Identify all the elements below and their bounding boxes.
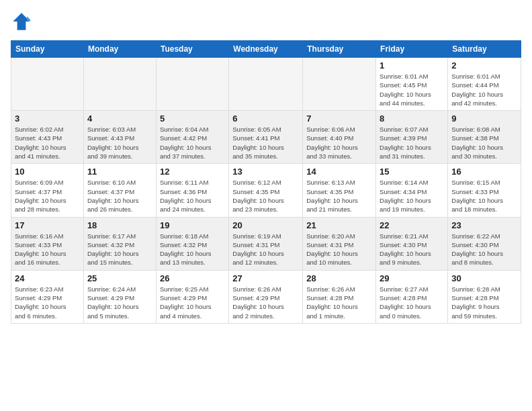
calendar-day: 12Sunrise: 6:11 AM Sunset: 4:36 PM Dayli… (156, 164, 228, 217)
calendar-day: 1Sunrise: 6:01 AM Sunset: 4:45 PM Daylig… (376, 58, 448, 111)
day-info: Sunrise: 6:01 AM Sunset: 4:45 PM Dayligh… (380, 72, 444, 107)
day-number: 28 (306, 273, 372, 283)
day-info: Sunrise: 6:04 AM Sunset: 4:42 PM Dayligh… (160, 125, 225, 161)
day-number: 13 (232, 167, 299, 177)
calendar-day (229, 58, 303, 111)
calendar-day (83, 58, 156, 111)
weekday-header: Monday (83, 41, 156, 58)
page-header (11, 11, 521, 32)
day-number: 7 (306, 113, 372, 124)
day-info: Sunrise: 6:14 AM Sunset: 4:34 PM Dayligh… (380, 178, 444, 214)
day-number: 2 (451, 60, 517, 71)
day-number: 16 (451, 167, 517, 177)
calendar-day: 13Sunrise: 6:12 AM Sunset: 4:35 PM Dayli… (229, 164, 303, 217)
calendar-day: 14Sunrise: 6:13 AM Sunset: 4:35 PM Dayli… (303, 164, 376, 217)
day-info: Sunrise: 6:26 AM Sunset: 4:28 PM Dayligh… (306, 285, 372, 320)
day-info: Sunrise: 6:02 AM Sunset: 4:43 PM Dayligh… (15, 125, 80, 161)
weekday-header: Friday (376, 41, 448, 58)
day-number: 4 (87, 113, 152, 124)
day-info: Sunrise: 6:09 AM Sunset: 4:37 PM Dayligh… (15, 178, 80, 214)
day-number: 24 (15, 273, 80, 283)
day-info: Sunrise: 6:17 AM Sunset: 4:32 PM Dayligh… (87, 232, 152, 267)
calendar-day: 10Sunrise: 6:09 AM Sunset: 4:37 PM Dayli… (11, 164, 84, 217)
day-number: 12 (160, 167, 225, 177)
day-info: Sunrise: 6:08 AM Sunset: 4:38 PM Dayligh… (451, 125, 517, 161)
day-number: 30 (451, 273, 517, 283)
day-info: Sunrise: 6:22 AM Sunset: 4:30 PM Dayligh… (451, 232, 517, 267)
day-number: 9 (451, 113, 517, 124)
day-info: Sunrise: 6:20 AM Sunset: 4:31 PM Dayligh… (306, 232, 372, 267)
calendar-day: 30Sunrise: 6:28 AM Sunset: 4:28 PM Dayli… (448, 270, 521, 323)
day-info: Sunrise: 6:12 AM Sunset: 4:35 PM Dayligh… (232, 178, 299, 214)
day-info: Sunrise: 6:16 AM Sunset: 4:33 PM Dayligh… (15, 232, 80, 267)
calendar-day: 28Sunrise: 6:26 AM Sunset: 4:28 PM Dayli… (303, 270, 376, 323)
day-number: 21 (306, 220, 372, 230)
calendar-day (156, 58, 228, 111)
day-info: Sunrise: 6:23 AM Sunset: 4:29 PM Dayligh… (15, 285, 80, 320)
day-info: Sunrise: 6:15 AM Sunset: 4:33 PM Dayligh… (451, 178, 517, 214)
calendar-day: 2Sunrise: 6:01 AM Sunset: 4:44 PM Daylig… (448, 58, 521, 111)
day-info: Sunrise: 6:01 AM Sunset: 4:44 PM Dayligh… (451, 72, 517, 107)
calendar-day: 22Sunrise: 6:21 AM Sunset: 4:30 PM Dayli… (376, 217, 448, 270)
calendar-day: 3Sunrise: 6:02 AM Sunset: 4:43 PM Daylig… (11, 111, 84, 164)
calendar-day: 17Sunrise: 6:16 AM Sunset: 4:33 PM Dayli… (11, 217, 84, 270)
day-info: Sunrise: 6:10 AM Sunset: 4:37 PM Dayligh… (87, 178, 152, 214)
calendar-day: 11Sunrise: 6:10 AM Sunset: 4:37 PM Dayli… (83, 164, 156, 217)
day-number: 29 (380, 273, 444, 283)
weekday-header: Sunday (11, 41, 84, 58)
calendar-week-row: 3Sunrise: 6:02 AM Sunset: 4:43 PM Daylig… (11, 111, 521, 164)
day-info: Sunrise: 6:18 AM Sunset: 4:32 PM Dayligh… (160, 232, 225, 267)
calendar-day: 16Sunrise: 6:15 AM Sunset: 4:33 PM Dayli… (448, 164, 521, 217)
day-number: 11 (87, 167, 152, 177)
day-number: 20 (232, 220, 299, 230)
calendar-day (303, 58, 376, 111)
calendar-week-row: 1Sunrise: 6:01 AM Sunset: 4:45 PM Daylig… (11, 58, 521, 111)
weekday-header: Thursday (303, 41, 376, 58)
calendar: SundayMondayTuesdayWednesdayThursdayFrid… (11, 40, 521, 324)
day-number: 10 (15, 167, 80, 177)
calendar-day: 29Sunrise: 6:27 AM Sunset: 4:28 PM Dayli… (376, 270, 448, 323)
calendar-day: 23Sunrise: 6:22 AM Sunset: 4:30 PM Dayli… (448, 217, 521, 270)
day-number: 27 (232, 273, 299, 283)
logo-icon (11, 11, 32, 32)
day-info: Sunrise: 6:05 AM Sunset: 4:41 PM Dayligh… (232, 125, 299, 161)
calendar-day: 19Sunrise: 6:18 AM Sunset: 4:32 PM Dayli… (156, 217, 228, 270)
weekday-header: Wednesday (229, 41, 303, 58)
day-info: Sunrise: 6:28 AM Sunset: 4:28 PM Dayligh… (451, 285, 517, 320)
day-number: 15 (380, 167, 444, 177)
day-info: Sunrise: 6:26 AM Sunset: 4:29 PM Dayligh… (232, 285, 299, 320)
calendar-day: 9Sunrise: 6:08 AM Sunset: 4:38 PM Daylig… (448, 111, 521, 164)
day-number: 8 (380, 113, 444, 124)
day-number: 25 (87, 273, 152, 283)
calendar-day: 25Sunrise: 6:24 AM Sunset: 4:29 PM Dayli… (83, 270, 156, 323)
calendar-week-row: 10Sunrise: 6:09 AM Sunset: 4:37 PM Dayli… (11, 164, 521, 217)
day-info: Sunrise: 6:07 AM Sunset: 4:39 PM Dayligh… (380, 125, 444, 161)
day-number: 3 (15, 113, 80, 124)
calendar-day: 5Sunrise: 6:04 AM Sunset: 4:42 PM Daylig… (156, 111, 228, 164)
calendar-day: 27Sunrise: 6:26 AM Sunset: 4:29 PM Dayli… (229, 270, 303, 323)
calendar-day: 18Sunrise: 6:17 AM Sunset: 4:32 PM Dayli… (83, 217, 156, 270)
calendar-day: 6Sunrise: 6:05 AM Sunset: 4:41 PM Daylig… (229, 111, 303, 164)
day-info: Sunrise: 6:19 AM Sunset: 4:31 PM Dayligh… (232, 232, 299, 267)
day-number: 6 (232, 113, 299, 124)
day-number: 26 (160, 273, 225, 283)
calendar-day: 7Sunrise: 6:06 AM Sunset: 4:40 PM Daylig… (303, 111, 376, 164)
day-number: 22 (380, 220, 444, 230)
calendar-day: 8Sunrise: 6:07 AM Sunset: 4:39 PM Daylig… (376, 111, 448, 164)
calendar-day: 24Sunrise: 6:23 AM Sunset: 4:29 PM Dayli… (11, 270, 84, 323)
weekday-header: Tuesday (156, 41, 228, 58)
calendar-day: 15Sunrise: 6:14 AM Sunset: 4:34 PM Dayli… (376, 164, 448, 217)
svg-marker-0 (13, 13, 30, 30)
day-info: Sunrise: 6:13 AM Sunset: 4:35 PM Dayligh… (306, 178, 372, 214)
logo (11, 11, 35, 32)
calendar-day: 26Sunrise: 6:25 AM Sunset: 4:29 PM Dayli… (156, 270, 228, 323)
calendar-day: 21Sunrise: 6:20 AM Sunset: 4:31 PM Dayli… (303, 217, 376, 270)
calendar-day (11, 58, 84, 111)
weekday-header: Saturday (448, 41, 521, 58)
day-number: 1 (380, 60, 444, 71)
day-number: 14 (306, 167, 372, 177)
day-number: 18 (87, 220, 152, 230)
calendar-week-row: 24Sunrise: 6:23 AM Sunset: 4:29 PM Dayli… (11, 270, 521, 323)
day-info: Sunrise: 6:03 AM Sunset: 4:43 PM Dayligh… (87, 125, 152, 161)
day-info: Sunrise: 6:06 AM Sunset: 4:40 PM Dayligh… (306, 125, 372, 161)
